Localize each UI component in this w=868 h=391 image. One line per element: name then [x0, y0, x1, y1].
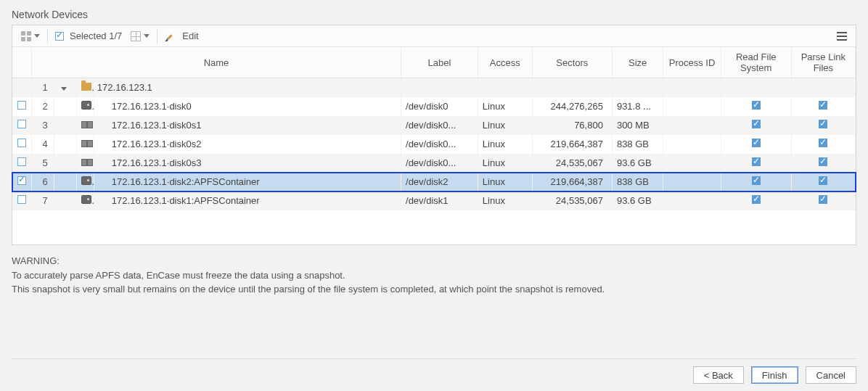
- row-checkbox-cell[interactable]: [12, 173, 31, 192]
- table-row[interactable]: 1172.16.123.1: [12, 78, 856, 97]
- partition-icon: [81, 121, 93, 128]
- table-row[interactable]: 4172.16.123.1·disk0s2/dev/disk0...Linux2…: [12, 135, 856, 154]
- row-read-fs[interactable]: [721, 97, 791, 116]
- checkbox[interactable]: [17, 157, 26, 166]
- checkbox[interactable]: [17, 139, 26, 147]
- row-access: Linux: [478, 116, 532, 135]
- checkbox-checked-icon[interactable]: [752, 176, 761, 185]
- table-row[interactable]: 5172.16.123.1·disk0s3/dev/disk0...Linux2…: [12, 154, 856, 173]
- warning-line: This snapshot is very small but remains …: [12, 282, 856, 297]
- row-access: Linux: [478, 97, 532, 116]
- table-header-row: Name Label Access Sectors Size Process I…: [12, 47, 856, 78]
- row-index: 4: [31, 135, 54, 154]
- split-pane-icon: [131, 31, 141, 41]
- col-access[interactable]: Access: [478, 47, 532, 78]
- col-checkbox[interactable]: [12, 47, 31, 78]
- row-sectors: 244,276,265: [532, 97, 612, 116]
- row-parse-link[interactable]: [791, 116, 855, 135]
- row-process-id: [663, 173, 721, 192]
- checkbox-checked-icon[interactable]: [752, 101, 761, 110]
- row-name: 172.16.123.1·disk1:APFSContainer: [94, 192, 401, 210]
- cancel-button[interactable]: Cancel: [806, 366, 856, 384]
- finish-button[interactable]: Finish: [751, 366, 798, 384]
- selected-count-button[interactable]: Selected 1/7: [51, 28, 126, 45]
- row-size: 838 GB: [612, 173, 663, 192]
- row-parse-link[interactable]: [791, 173, 855, 192]
- row-checkbox-cell[interactable]: [12, 78, 31, 97]
- row-name: 172.16.123.1: [94, 78, 401, 97]
- checkbox-checked-icon[interactable]: [819, 101, 827, 110]
- row-type-icon-cell: [76, 154, 94, 173]
- row-process-id: [663, 97, 721, 116]
- row-name: 172.16.123.1·disk0: [94, 97, 401, 116]
- row-access: Linux: [478, 154, 532, 173]
- back-button[interactable]: < Back: [693, 366, 744, 384]
- disk-icon: [81, 176, 91, 185]
- col-parse-link[interactable]: Parse Link Files: [791, 47, 855, 78]
- checkbox-checked-icon[interactable]: [819, 195, 827, 204]
- row-read-fs[interactable]: [721, 173, 791, 192]
- col-name[interactable]: Name: [31, 47, 401, 78]
- row-expand: [54, 97, 76, 116]
- row-name: 172.16.123.1·disk2:APFSContainer: [94, 173, 401, 192]
- row-parse-link[interactable]: [791, 78, 855, 97]
- view-grid-button[interactable]: [17, 28, 44, 45]
- row-sectors: 219,664,387: [532, 173, 612, 192]
- row-sectors: 76,800: [532, 116, 612, 135]
- table-row[interactable]: 7172.16.123.1·disk1:APFSContainer/dev/di…: [12, 192, 856, 210]
- checkbox-checked-icon[interactable]: [752, 120, 761, 128]
- checkbox[interactable]: [17, 195, 26, 204]
- col-sectors[interactable]: Sectors: [532, 47, 612, 78]
- checkbox-checked-icon[interactable]: [819, 139, 827, 147]
- layout-split-button[interactable]: [126, 28, 154, 45]
- checkbox-checked-icon[interactable]: [819, 176, 827, 185]
- checkbox-checked-icon[interactable]: [819, 120, 827, 128]
- menu-button[interactable]: [832, 28, 851, 45]
- checkbox[interactable]: [17, 120, 26, 128]
- checkbox-checked-icon[interactable]: [819, 157, 827, 166]
- row-read-fs[interactable]: [721, 154, 791, 173]
- table-row[interactable]: 6172.16.123.1·disk2:APFSContainer/dev/di…: [12, 173, 856, 192]
- row-label: /dev/disk0...: [401, 116, 478, 135]
- row-parse-link[interactable]: [791, 135, 855, 154]
- row-label: /dev/disk2: [401, 173, 478, 192]
- row-read-fs[interactable]: [721, 192, 791, 210]
- row-checkbox-cell[interactable]: [12, 154, 31, 173]
- edit-button[interactable]: Edit: [160, 28, 202, 45]
- table-row[interactable]: 2172.16.123.1·disk0/dev/disk0Linux244,27…: [12, 97, 856, 116]
- row-read-fs[interactable]: [721, 135, 791, 154]
- col-size[interactable]: Size: [612, 47, 663, 78]
- checkbox-checked-icon[interactable]: [752, 157, 761, 166]
- row-type-icon-cell: [76, 192, 94, 210]
- row-index: 6: [31, 173, 54, 192]
- table-row[interactable]: 3172.16.123.1·disk0s1/dev/disk0...Linux7…: [12, 116, 856, 135]
- row-checkbox-cell[interactable]: [12, 192, 31, 210]
- row-checkbox-cell[interactable]: [12, 116, 31, 135]
- row-name: 172.16.123.1·disk0s3: [94, 154, 401, 173]
- row-type-icon-cell: [76, 135, 94, 154]
- row-parse-link[interactable]: [791, 154, 855, 173]
- chevron-down-icon: [61, 87, 67, 91]
- checkbox-checked-icon[interactable]: [752, 195, 761, 204]
- col-process-id[interactable]: Process ID: [663, 47, 721, 78]
- row-read-fs[interactable]: [721, 78, 791, 97]
- checkbox[interactable]: [17, 101, 26, 110]
- row-read-fs[interactable]: [721, 116, 791, 135]
- row-type-icon-cell: [76, 173, 94, 192]
- row-expand: [54, 135, 76, 154]
- col-read-fs[interactable]: Read File System: [721, 47, 791, 78]
- partition-icon: [81, 159, 93, 166]
- row-expand[interactable]: [54, 78, 76, 97]
- row-size: 931.8 ...: [612, 97, 663, 116]
- row-checkbox-cell[interactable]: [12, 97, 31, 116]
- row-index: 5: [31, 154, 54, 173]
- toolbar: Selected 1/7 Edit: [12, 25, 856, 47]
- warning-line: To accurately parse APFS data, EnCase mu…: [12, 268, 856, 283]
- checkbox[interactable]: [17, 176, 26, 185]
- row-process-id: [663, 154, 721, 173]
- row-parse-link[interactable]: [791, 97, 855, 116]
- row-parse-link[interactable]: [791, 192, 855, 210]
- checkbox-checked-icon[interactable]: [752, 139, 761, 147]
- col-label[interactable]: Label: [401, 47, 478, 78]
- row-checkbox-cell[interactable]: [12, 135, 31, 154]
